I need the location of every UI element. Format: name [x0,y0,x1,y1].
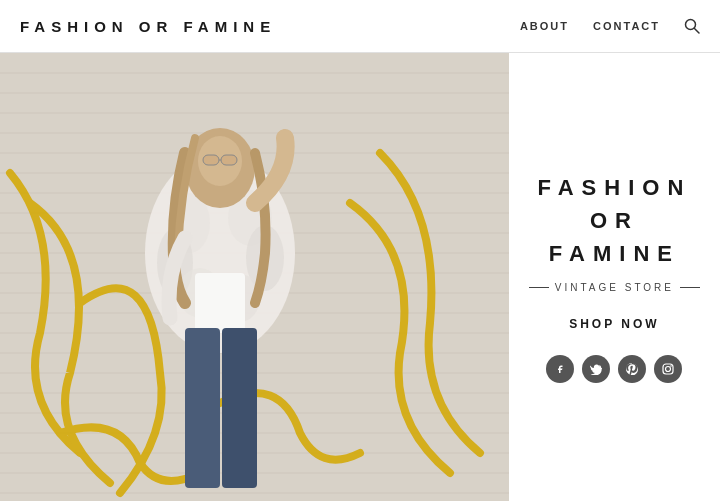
pinterest-icon[interactable] [618,355,646,383]
facebook-icon[interactable] [546,355,574,383]
subtitle-text: VINTAGE STORE [555,282,674,293]
svg-line-1 [695,29,700,34]
svg-point-41 [666,367,671,372]
svg-rect-38 [221,155,237,165]
shop-now-button[interactable]: SHOP NOW [561,313,667,335]
svg-rect-37 [203,155,219,165]
svg-point-42 [671,365,673,367]
brand-line1: FASHION [538,171,692,204]
main-content: FASHION OR FAMINE VINTAGE STORE SHOP NOW [0,53,720,501]
svg-rect-33 [185,328,220,488]
svg-rect-32 [195,273,245,333]
site-header: FASHION OR FAMINE ABOUT CONTACT [0,0,720,53]
main-nav: ABOUT CONTACT [520,18,700,34]
subtitle-dash-right [680,287,700,288]
sidebar: FASHION OR FAMINE VINTAGE STORE SHOP NOW [509,53,720,501]
hero-image [0,53,509,501]
brand-name: FASHION OR FAMINE [538,171,692,270]
brand-line3: FAMINE [538,237,692,270]
search-button[interactable] [684,18,700,34]
nav-contact[interactable]: CONTACT [593,20,660,32]
social-icons-group [546,355,682,383]
subtitle-dash-left [529,287,549,288]
twitter-icon[interactable] [582,355,610,383]
hero-image-section [0,53,509,501]
brand-subtitle: VINTAGE STORE [529,282,700,293]
instagram-icon[interactable] [654,355,682,383]
site-title: FASHION OR FAMINE [20,18,276,35]
svg-rect-34 [222,328,257,488]
search-icon [684,18,700,34]
nav-about[interactable]: ABOUT [520,20,569,32]
brand-line2: OR [538,204,692,237]
graffiti-art [0,53,509,501]
